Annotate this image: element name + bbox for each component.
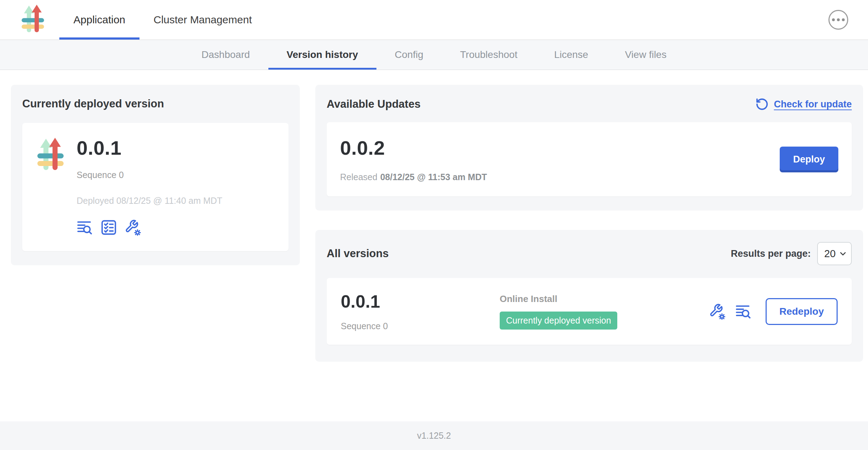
preflight-checks-button[interactable] [101, 219, 117, 236]
row-actions: Redeploy [709, 298, 838, 325]
deploy-button[interactable]: Deploy [780, 147, 838, 172]
row-version-number: 0.0.1 [341, 291, 500, 312]
console-footer: v1.125.2 [0, 421, 868, 450]
check-for-update-link[interactable]: Check for update [755, 97, 852, 111]
available-updates-card: Available Updates Check for update 0.0.2… [315, 85, 863, 211]
current-version-info: 0.0.1 Sequence 0 Deployed 08/12/25 @ 11:… [77, 136, 222, 236]
top-tabs: Application Cluster Management [59, 0, 266, 40]
current-version-details: 0.0.1 Sequence 0 Deployed 08/12/25 @ 11:… [22, 123, 289, 251]
released-prefix: Released [340, 172, 377, 182]
subnav-item-license[interactable]: License [536, 40, 607, 70]
ellipsis-icon [832, 18, 845, 21]
app-subnav: Dashboard Version history Config Trouble… [0, 40, 868, 70]
subnav-item-dashboard[interactable]: Dashboard [183, 40, 268, 70]
right-column: Available Updates Check for update 0.0.2… [315, 85, 863, 362]
update-row: 0.0.2 Released08/12/25 @ 11:53 am MDT De… [327, 122, 852, 196]
redeploy-button[interactable]: Redeploy [766, 298, 838, 325]
check-for-update-label: Check for update [774, 99, 852, 110]
install-type-label: Online Install [500, 294, 709, 304]
tab-application[interactable]: Application [59, 0, 139, 40]
top-navigation: Application Cluster Management [0, 0, 868, 40]
view-config-button[interactable] [709, 303, 725, 320]
console-version: v1.125.2 [417, 431, 451, 441]
currently-deployed-badge: Currently deployed version [500, 312, 617, 330]
subnav-item-view-files[interactable]: View files [607, 40, 685, 70]
preflight-checks-icon [101, 219, 117, 236]
main-content: Currently deployed version 0.0.1 Sequenc… [0, 70, 868, 421]
row-version-info: 0.0.1 Sequence 0 [341, 291, 500, 331]
version-number: 0.0.1 [77, 136, 222, 159]
update-version-number: 0.0.2 [340, 136, 487, 159]
diff-icon [735, 303, 751, 320]
tab-cluster-management[interactable]: Cluster Management [139, 0, 266, 40]
diff-icon [77, 219, 93, 236]
available-updates-title: Available Updates [327, 98, 421, 111]
view-config-button[interactable] [125, 219, 141, 236]
version-action-icons [77, 219, 222, 236]
overflow-menu-button[interactable] [828, 10, 848, 30]
app-logo-icon [19, 5, 47, 35]
config-wrench-gear-icon [709, 303, 725, 320]
refresh-icon [755, 97, 769, 111]
view-diff-button[interactable] [77, 219, 93, 236]
admin-console-page: Application Cluster Management Dashboard… [0, 0, 868, 450]
results-per-page-select[interactable]: 20 [817, 242, 852, 265]
row-install-info: Online Install Currently deployed versio… [500, 294, 709, 330]
results-per-page-label: Results per page: [731, 248, 811, 259]
all-versions-card: All versions Results per page: 20 [315, 230, 863, 362]
sequence-label: Sequence 0 [77, 170, 222, 180]
app-logo-icon [34, 138, 67, 173]
view-diff-button[interactable] [735, 303, 751, 320]
subnav-item-troubleshoot[interactable]: Troubleshoot [442, 40, 536, 70]
results-per-page: Results per page: 20 [731, 242, 852, 265]
row-sequence-label: Sequence 0 [341, 321, 500, 331]
deployed-timestamp: Deployed 08/12/25 @ 11:40 am MDT [77, 196, 222, 206]
released-date: 08/12/25 @ 11:53 am MDT [380, 172, 487, 182]
current-version-card: Currently deployed version 0.0.1 Sequenc… [11, 85, 300, 265]
subnav-item-version-history[interactable]: Version history [268, 40, 376, 70]
update-info: 0.0.2 Released08/12/25 @ 11:53 am MDT [340, 136, 487, 182]
subnav-item-config[interactable]: Config [376, 40, 442, 70]
config-wrench-gear-icon [125, 219, 141, 236]
current-version-card-title: Currently deployed version [22, 97, 289, 110]
released-timestamp: Released08/12/25 @ 11:53 am MDT [340, 172, 487, 182]
results-per-page-select-wrap: 20 [817, 242, 852, 265]
version-row: 0.0.1 Sequence 0 Online Install Currentl… [327, 278, 852, 345]
all-versions-title: All versions [327, 247, 389, 260]
